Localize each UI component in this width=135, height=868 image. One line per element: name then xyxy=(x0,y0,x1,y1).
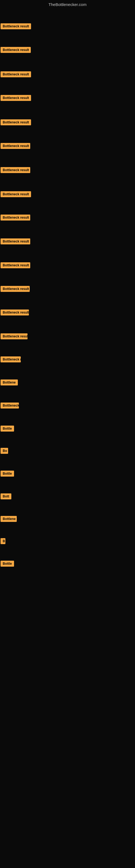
result-row-2: Bottleneck result xyxy=(1,47,31,54)
result-row-8: Bottleneck result xyxy=(1,191,31,198)
bottleneck-badge-20[interactable]: Bottle xyxy=(1,471,14,476)
result-row-17: Bottleneck xyxy=(1,403,19,410)
bottleneck-badge-4[interactable]: Bottleneck result xyxy=(1,95,31,101)
results-container: Bottleneck resultBottleneck resultBottle… xyxy=(0,8,135,604)
result-row-24: Bottle xyxy=(1,561,14,568)
bottleneck-badge-8[interactable]: Bottleneck result xyxy=(1,191,31,197)
result-row-21: Bott xyxy=(1,493,11,500)
result-row-19: Bo xyxy=(1,448,8,455)
result-row-22: Bottlene xyxy=(1,516,17,523)
result-row-9: Bottleneck result xyxy=(1,215,30,222)
bottleneck-badge-16[interactable]: Bottlene xyxy=(1,379,18,385)
bottleneck-badge-23[interactable]: B xyxy=(1,538,5,544)
result-row-1: Bottleneck result xyxy=(1,23,31,30)
bottleneck-badge-9[interactable]: Bottleneck result xyxy=(1,215,30,220)
bottleneck-badge-24[interactable]: Bottle xyxy=(1,561,14,567)
bottleneck-badge-2[interactable]: Bottleneck result xyxy=(1,47,31,53)
result-row-15: Bottleneck r xyxy=(1,356,21,364)
bottleneck-badge-6[interactable]: Bottleneck result xyxy=(1,143,30,149)
result-row-18: Bottle xyxy=(1,426,14,433)
bottleneck-badge-22[interactable]: Bottlene xyxy=(1,516,17,522)
bottleneck-badge-5[interactable]: Bottleneck result xyxy=(1,119,31,125)
bottleneck-badge-14[interactable]: Bottleneck resul xyxy=(1,333,28,339)
bottleneck-badge-18[interactable]: Bottle xyxy=(1,426,14,432)
result-row-5: Bottleneck result xyxy=(1,119,31,126)
bottleneck-badge-17[interactable]: Bottleneck xyxy=(1,403,19,408)
bottleneck-badge-1[interactable]: Bottleneck result xyxy=(1,23,31,29)
bottleneck-badge-19[interactable]: Bo xyxy=(1,448,8,454)
bottleneck-badge-10[interactable]: Bottleneck result xyxy=(1,239,30,244)
result-row-12: Bottleneck result xyxy=(1,286,30,293)
result-row-3: Bottleneck result xyxy=(1,71,31,79)
result-row-16: Bottlene xyxy=(1,379,18,386)
result-row-20: Bottle xyxy=(1,471,14,478)
bottleneck-badge-7[interactable]: Bottleneck result xyxy=(1,167,30,173)
result-row-14: Bottleneck resul xyxy=(1,333,28,340)
result-row-6: Bottleneck result xyxy=(1,143,30,150)
result-row-23: B xyxy=(1,538,5,545)
bottleneck-badge-21[interactable]: Bott xyxy=(1,493,11,499)
result-row-4: Bottleneck result xyxy=(1,95,31,102)
bottleneck-badge-11[interactable]: Bottleneck result xyxy=(1,262,30,268)
bottleneck-badge-13[interactable]: Bottleneck result xyxy=(1,310,29,315)
result-row-10: Bottleneck result xyxy=(1,239,30,246)
result-row-13: Bottleneck result xyxy=(1,310,29,316)
result-row-11: Bottleneck result xyxy=(1,262,30,269)
result-row-7: Bottleneck result xyxy=(1,167,30,174)
site-title: TheBottlenecker.com xyxy=(0,0,135,8)
bottleneck-badge-12[interactable]: Bottleneck result xyxy=(1,286,30,292)
bottleneck-badge-15[interactable]: Bottleneck r xyxy=(1,356,21,362)
bottleneck-badge-3[interactable]: Bottleneck result xyxy=(1,71,31,77)
